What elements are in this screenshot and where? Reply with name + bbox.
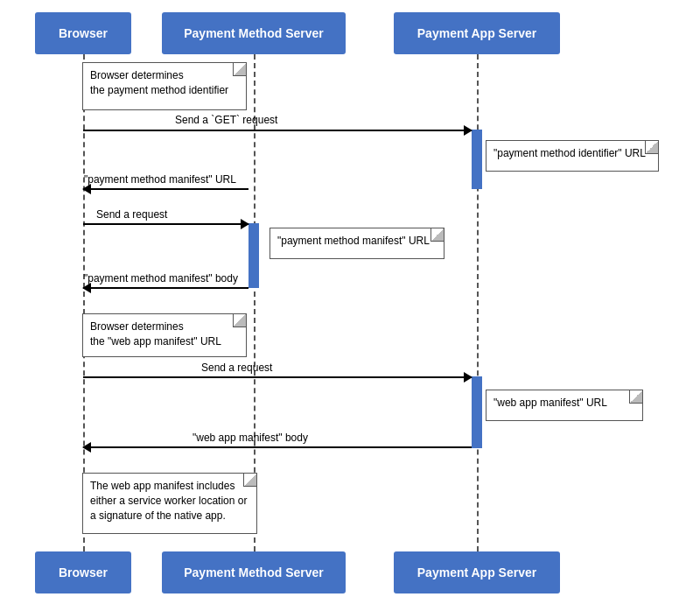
activation-payment-app-2 (472, 376, 482, 448)
actor-browser-top: Browser (35, 12, 131, 54)
actor-payment-method-server-top: Payment Method Server (162, 12, 346, 54)
arrow-send-request-2 (83, 376, 472, 378)
actor-payment-app-server-top: Payment App Server (394, 12, 560, 54)
sequence-diagram: Browser Payment Method Server Payment Ap… (0, 0, 700, 611)
arrow-send-request-2-label: Send a request (201, 362, 272, 374)
actor-payment-app-server-bottom: Payment App Server (394, 551, 560, 593)
note-payment-method-identifier-url: "payment method identifier" URL (486, 140, 659, 172)
actor-payment-method-server-bottom: Payment Method Server (162, 551, 346, 593)
arrow-send-request-1 (83, 223, 248, 225)
activation-payment-app-1 (472, 130, 482, 189)
arrow-payment-method-manifest-url (83, 188, 248, 190)
arrow-payment-method-manifest-body-label: "payment method manifest" body (84, 272, 238, 284)
note-browser-determines-method: Browser determinesthe payment method ide… (82, 62, 247, 110)
arrow-get-request-label: Send a `GET` request (175, 114, 277, 126)
note-webapp-manifest-includes: The web app manifest includeseither a se… (82, 473, 257, 534)
arrow-payment-method-manifest-url-label: "payment method manifest" URL (84, 173, 236, 186)
arrow-webapp-manifest-body (83, 446, 472, 448)
actor-browser-bottom: Browser (35, 551, 131, 593)
arrow-get-request (83, 130, 472, 131)
arrow-payment-method-manifest-body (83, 287, 248, 289)
arrow-webapp-manifest-body-label: "web app manifest" body (192, 432, 308, 444)
note-browser-determines-webapp: Browser determinesthe "web app manifest"… (82, 313, 247, 357)
note-payment-method-manifest-url-box: "payment method manifest" URL (270, 228, 444, 259)
arrow-send-request-1-label: Send a request (96, 208, 167, 221)
activation-payment-method-1 (248, 223, 259, 288)
note-webapp-manifest-url: "web app manifest" URL (486, 390, 643, 421)
